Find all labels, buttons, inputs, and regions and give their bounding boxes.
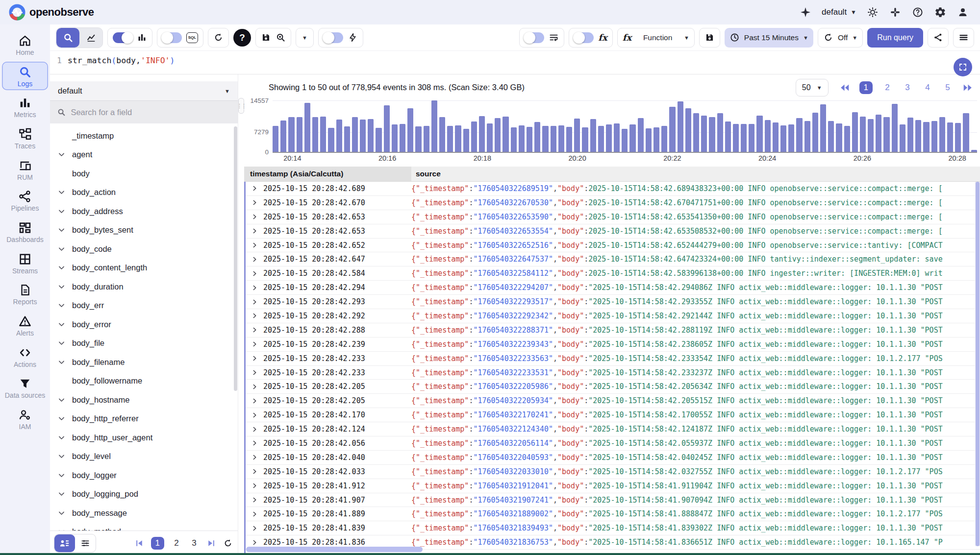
histogram-bar[interactable] xyxy=(907,118,913,152)
histogram-bar[interactable] xyxy=(424,126,429,152)
nav-item-pipelines[interactable]: Pipelines xyxy=(2,186,48,215)
horizontal-scrollbar[interactable] xyxy=(246,547,423,552)
nav-item-logs[interactable]: Logs xyxy=(2,62,48,91)
field-item[interactable]: body_level xyxy=(50,447,238,466)
histogram-bar[interactable] xyxy=(653,127,659,152)
chevron-down-icon[interactable] xyxy=(57,490,72,498)
chevron-down-icon[interactable] xyxy=(57,150,72,159)
results-page-4[interactable]: 4 xyxy=(922,83,933,93)
histogram-bar[interactable] xyxy=(463,129,469,152)
expand-editor-button[interactable] xyxy=(954,58,972,76)
log-row[interactable]: 2025-10-15 20:28:42.294 {"_timestamp":"1… xyxy=(246,281,980,295)
reset-filters-button[interactable] xyxy=(208,28,229,48)
saved-searches-button[interactable] xyxy=(255,28,291,48)
histogram-bar[interactable] xyxy=(709,117,715,152)
histogram-bar[interactable] xyxy=(678,101,683,152)
log-row[interactable]: 2025-10-15 20:28:42.233 {"_timestamp":"1… xyxy=(246,352,980,366)
histogram-bar[interactable] xyxy=(336,120,342,152)
histogram-bar[interactable] xyxy=(900,124,905,152)
histogram-bar[interactable] xyxy=(519,125,525,152)
transform-toggle-button[interactable]: fx xyxy=(569,28,612,48)
expand-row-chevron-icon[interactable] xyxy=(246,355,263,362)
histogram-bar[interactable] xyxy=(741,124,747,152)
log-row[interactable]: 2025-10-15 20:28:42.653 {"_timestamp":"1… xyxy=(246,224,980,239)
results-page-5[interactable]: 5 xyxy=(942,83,953,93)
transform-toggle[interactable] xyxy=(574,32,594,43)
stream-select[interactable]: default ▼ xyxy=(50,81,238,101)
histogram-bar[interactable] xyxy=(273,126,278,152)
chevron-down-icon[interactable] xyxy=(57,207,72,216)
saved-views-dropdown[interactable]: ▼ xyxy=(296,28,314,48)
nav-item-actions[interactable]: Actions xyxy=(2,342,48,371)
field-item[interactable]: body_address xyxy=(50,202,238,221)
histogram-bar[interactable] xyxy=(392,124,398,152)
log-row[interactable]: 2025-10-15 20:28:42.033 {"_timestamp":"1… xyxy=(246,465,980,479)
slack-icon[interactable] xyxy=(889,6,902,19)
more-menu-button[interactable] xyxy=(953,28,974,48)
histogram-bar[interactable] xyxy=(622,129,628,152)
expand-row-chevron-icon[interactable] xyxy=(246,468,263,475)
histogram-bar[interactable] xyxy=(868,119,874,152)
chevron-down-icon[interactable] xyxy=(57,339,72,347)
expand-row-chevron-icon[interactable] xyxy=(246,256,263,263)
log-row[interactable]: 2025-10-15 20:28:42.233 {"_timestamp":"1… xyxy=(246,366,980,380)
histogram-bar[interactable] xyxy=(598,126,604,152)
field-page-2[interactable]: 2 xyxy=(171,538,182,548)
histogram-bar[interactable] xyxy=(780,125,786,152)
log-row[interactable]: 2025-10-15 20:28:41.889 {"_timestamp":"1… xyxy=(246,507,980,521)
expand-row-chevron-icon[interactable] xyxy=(246,313,263,319)
expand-row-chevron-icon[interactable] xyxy=(246,214,263,220)
histogram-bar[interactable] xyxy=(360,120,366,152)
search-mode-button[interactable] xyxy=(56,28,79,48)
histogram-bar[interactable] xyxy=(558,125,564,152)
field-item[interactable]: _timestamp xyxy=(50,126,238,145)
query-editor[interactable]: 1 str_match(body, 'INFO') xyxy=(50,51,980,74)
log-row[interactable]: 2025-10-15 20:28:42.170 {"_timestamp":"1… xyxy=(246,408,980,422)
histogram-bar[interactable] xyxy=(534,122,540,152)
expand-row-chevron-icon[interactable] xyxy=(246,299,263,305)
field-item[interactable]: agent xyxy=(50,145,238,165)
vertical-scrollbar[interactable] xyxy=(975,182,980,546)
log-row[interactable]: 2025-10-15 20:28:42.205 {"_timestamp":"1… xyxy=(246,380,980,394)
histogram-bar[interactable] xyxy=(765,120,771,152)
theme-sun-icon[interactable] xyxy=(866,6,879,19)
histogram-bar[interactable] xyxy=(400,124,405,152)
expand-row-chevron-icon[interactable] xyxy=(246,199,263,206)
quick-mode-button[interactable] xyxy=(318,28,363,48)
field-item[interactable]: body_logger xyxy=(50,466,238,485)
histogram-bar[interactable] xyxy=(804,121,810,152)
expand-row-chevron-icon[interactable] xyxy=(246,426,263,433)
expand-row-chevron-icon[interactable] xyxy=(246,185,263,192)
chevron-down-icon[interactable] xyxy=(57,396,72,404)
chevron-down-icon[interactable] xyxy=(57,434,72,442)
histogram-bar[interactable] xyxy=(915,120,921,152)
log-row[interactable]: 2025-10-15 20:28:42.670 {"_timestamp":"1… xyxy=(246,196,980,210)
log-row[interactable]: 2025-10-15 20:28:42.647 {"_timestamp":"1… xyxy=(246,252,980,266)
function-select[interactable]: fx Function ▼ xyxy=(617,28,695,48)
histogram-bar[interactable] xyxy=(487,123,493,152)
histogram-bar[interactable] xyxy=(693,113,699,152)
expand-row-chevron-icon[interactable] xyxy=(246,398,263,404)
log-row[interactable]: 2025-10-15 20:28:42.239 {"_timestamp":"1… xyxy=(246,338,980,352)
fields-with-values-button[interactable] xyxy=(54,534,75,552)
chevron-down-icon[interactable] xyxy=(57,358,72,366)
nav-item-metrics[interactable]: Metrics xyxy=(2,93,48,121)
histogram-bar[interactable] xyxy=(376,128,381,152)
histogram-bar[interactable] xyxy=(606,124,612,152)
histogram-bar[interactable] xyxy=(852,112,858,152)
histogram-bar[interactable] xyxy=(614,123,620,152)
run-query-button[interactable]: Run query xyxy=(867,28,923,48)
expand-row-chevron-icon[interactable] xyxy=(246,483,263,489)
histogram-bar[interactable] xyxy=(828,121,834,152)
histogram-bar[interactable] xyxy=(669,107,675,152)
field-item[interactable]: body_followername xyxy=(50,372,238,391)
log-row[interactable]: 2025-10-15 20:28:42.124 {"_timestamp":"1… xyxy=(246,422,980,436)
histogram-bar[interactable] xyxy=(939,117,945,152)
log-row[interactable]: 2025-10-15 20:28:42.689 {"_timestamp":"1… xyxy=(246,182,980,196)
fields-only-button[interactable] xyxy=(75,534,96,552)
histogram-bar[interactable] xyxy=(638,118,644,152)
field-item[interactable]: body_file xyxy=(50,334,238,353)
chevron-down-icon[interactable] xyxy=(57,471,72,480)
chevron-down-icon[interactable] xyxy=(57,245,72,253)
histogram-bar[interactable] xyxy=(971,150,977,152)
